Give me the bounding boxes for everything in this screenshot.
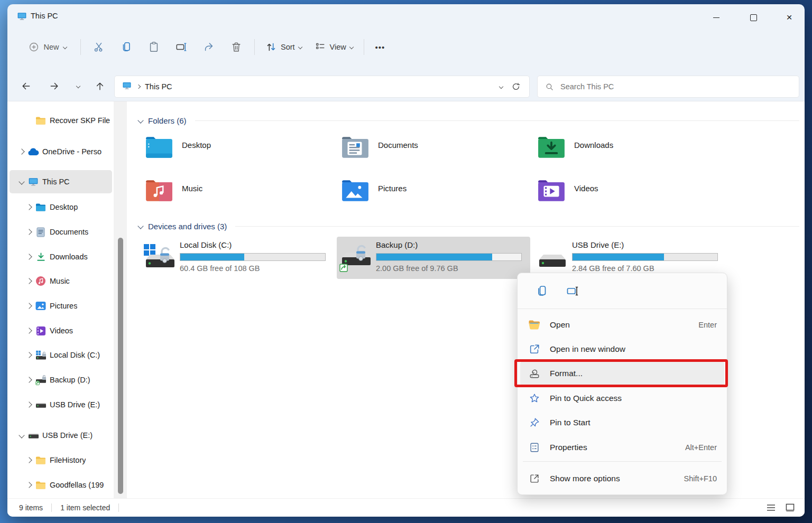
sidebar-item-pictures[interactable]: Pictures xyxy=(10,294,112,317)
recent-locations-button[interactable] xyxy=(71,76,86,96)
drive-name: Local Disk (C:) xyxy=(180,240,326,249)
chevron-down-icon[interactable] xyxy=(19,432,24,438)
rename-button[interactable] xyxy=(168,36,195,58)
collapse-chevron-icon[interactable] xyxy=(137,223,143,229)
sidebar-item-videos[interactable]: Videos xyxy=(10,319,112,342)
sidebar-item-local-disk-c[interactable]: Local Disk (C:) xyxy=(10,343,112,367)
share-icon xyxy=(203,41,215,53)
menu-item-open-new-window[interactable]: Open in new window xyxy=(520,337,724,361)
collapse-chevron-icon[interactable] xyxy=(137,117,143,123)
refresh-icon[interactable] xyxy=(511,82,521,91)
sort-label: Sort xyxy=(281,43,295,51)
plus-circle-icon xyxy=(29,42,39,52)
quick-copy-button[interactable] xyxy=(531,281,552,302)
quick-rename-button[interactable] xyxy=(562,281,583,302)
forward-button[interactable] xyxy=(44,76,64,96)
chevron-down-icon xyxy=(349,45,354,49)
arrow-up-icon xyxy=(95,81,105,91)
sidebar-item-documents[interactable]: Documents xyxy=(10,220,112,244)
address-dropdown-icon[interactable] xyxy=(499,85,503,89)
chevron-right-icon[interactable] xyxy=(19,148,24,154)
maximize-icon xyxy=(750,14,757,21)
search-box[interactable] xyxy=(537,76,799,98)
chevron-down-icon xyxy=(298,45,302,49)
search-input[interactable] xyxy=(559,82,762,91)
sidebar-scrollbar-thumb[interactable] xyxy=(118,238,123,494)
chevron-right-icon[interactable] xyxy=(26,352,32,358)
chevron-down-icon xyxy=(62,45,67,49)
chevron-right-icon[interactable] xyxy=(26,303,32,309)
chevron-right-icon[interactable] xyxy=(26,328,32,333)
chevron-right-icon[interactable] xyxy=(26,278,32,284)
music-folder-icon xyxy=(145,179,173,209)
sidebar-item-downloads[interactable]: Downloads xyxy=(10,245,112,268)
sidebar-item-recover-skp[interactable]: Recover SKP File xyxy=(10,109,112,132)
this-pc-icon xyxy=(122,81,132,92)
sidebar-item-usb-drive-e-expanded[interactable]: USB Drive (E:) xyxy=(10,424,112,447)
sidebar-item-filehistory[interactable]: FileHistory xyxy=(10,449,112,472)
sidebar-item-onedrive[interactable]: OneDrive - Perso xyxy=(10,140,112,163)
folder-tile-downloads[interactable]: Downloads xyxy=(537,135,727,166)
delete-button[interactable] xyxy=(223,36,250,58)
share-button[interactable] xyxy=(195,36,223,58)
local-disk-icon xyxy=(35,350,47,360)
up-button[interactable] xyxy=(90,76,110,96)
folder-tile-desktop[interactable]: Desktop xyxy=(145,135,335,166)
folder-tile-pictures[interactable]: Pictures xyxy=(341,179,531,209)
folder-tile-videos[interactable]: Videos xyxy=(537,179,727,209)
large-icons-view-button[interactable] xyxy=(782,501,797,514)
details-view-button[interactable] xyxy=(763,501,778,514)
chevron-right-icon[interactable] xyxy=(26,457,32,463)
new-button[interactable]: New xyxy=(19,36,76,58)
drive-tile-backup-d[interactable]: Backup (D:) 2.00 GB free of 9.76 GB xyxy=(337,237,530,279)
properties-icon xyxy=(528,442,541,453)
sort-arrows-icon xyxy=(265,41,277,53)
chevron-right-icon[interactable] xyxy=(26,401,32,407)
drive-tile-local-disk-c[interactable]: Local Disk (C:) 60.4 GB free of 108 GB xyxy=(141,237,334,279)
back-button[interactable] xyxy=(16,76,36,96)
folder-tile-documents[interactable]: Documents xyxy=(341,135,531,166)
menu-item-open[interactable]: Open Enter xyxy=(520,313,724,337)
cut-button[interactable] xyxy=(85,36,113,58)
show-more-options-icon xyxy=(528,473,541,484)
star-icon xyxy=(528,393,541,404)
sidebar-item-usb-drive-e[interactable]: USB Drive (E:) xyxy=(10,393,112,416)
minimize-button[interactable] xyxy=(704,8,728,26)
folders-section-header[interactable]: Folders (6) xyxy=(139,115,799,126)
rename-icon xyxy=(176,41,187,53)
menu-item-pin-quick-access[interactable]: Pin to Quick access xyxy=(520,386,724,410)
close-icon: × xyxy=(786,12,792,23)
chevron-right-icon[interactable] xyxy=(26,229,32,235)
toolbar-separator xyxy=(80,39,81,55)
sidebar-item-this-pc[interactable]: This PC xyxy=(10,170,112,193)
sidebar-scrollbar-track[interactable] xyxy=(114,101,127,499)
pictures-icon xyxy=(35,301,47,311)
breadcrumb-this-pc[interactable]: This PC xyxy=(145,82,172,91)
menu-item-pin-start[interactable]: Pin to Start xyxy=(520,410,724,435)
chevron-down-icon[interactable] xyxy=(19,179,24,184)
chevron-right-icon[interactable] xyxy=(26,204,32,210)
sidebar-item-music[interactable]: Music xyxy=(10,269,112,293)
more-options-button[interactable]: ••• xyxy=(368,36,392,58)
sidebar-item-goodfellas[interactable]: Goodfellas (199 xyxy=(10,473,112,497)
backup-drive-icon xyxy=(337,237,376,279)
close-button[interactable]: × xyxy=(777,8,801,26)
sort-button[interactable]: Sort xyxy=(259,36,308,58)
paste-button[interactable] xyxy=(140,36,168,58)
copy-button[interactable] xyxy=(113,36,140,58)
menu-item-properties[interactable]: Properties Alt+Enter xyxy=(520,435,724,460)
maximize-button[interactable] xyxy=(741,8,765,26)
sidebar-item-desktop[interactable]: Desktop xyxy=(10,195,112,219)
chevron-right-icon[interactable] xyxy=(26,377,32,382)
status-bar: 9 items 1 item selected xyxy=(7,498,805,517)
chevron-right-icon[interactable] xyxy=(26,254,32,259)
sidebar-item-backup-d[interactable]: Backup (D:) xyxy=(10,368,112,391)
breadcrumb-bar[interactable]: This PC xyxy=(114,76,530,98)
chevron-right-icon[interactable] xyxy=(26,482,32,488)
drives-section-header[interactable]: Devices and drives (3) xyxy=(139,220,799,232)
folder-tile-music[interactable]: Music xyxy=(145,179,335,209)
menu-item-show-more-options[interactable]: Show more options Shift+F10 xyxy=(520,466,724,491)
new-label: New xyxy=(43,43,59,51)
view-button[interactable]: View xyxy=(308,36,359,58)
format-highlight-annotation xyxy=(514,359,728,387)
